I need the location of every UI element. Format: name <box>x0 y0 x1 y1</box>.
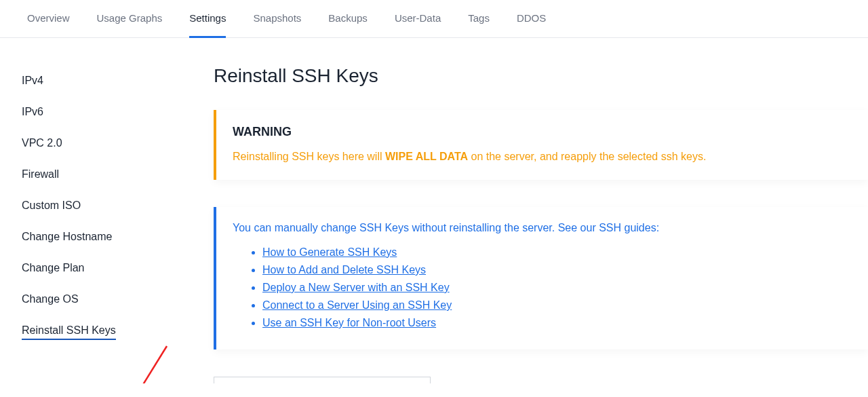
list-item: How to Generate SSH Keys <box>262 246 852 259</box>
tab-snapshots[interactable]: Snapshots <box>253 12 301 38</box>
sidebar-item-ipv6[interactable]: IPv6 <box>22 96 214 128</box>
warning-panel: WARNING Reinstalling SSH keys here will … <box>214 110 868 180</box>
ssh-guides-list: How to Generate SSH Keys How to Add and … <box>262 246 852 329</box>
tab-user-data[interactable]: User-Data <box>395 12 441 38</box>
tab-settings[interactable]: Settings <box>189 12 226 38</box>
list-item: How to Add and Delete SSH Keys <box>262 264 852 276</box>
page-title: Reinstall SSH Keys <box>214 65 868 87</box>
main-content: Reinstall SSH Keys WARNING Reinstalling … <box>214 65 868 383</box>
sidebar-item-change-plan[interactable]: Change Plan <box>22 252 214 284</box>
top-tabs: Overview Usage Graphs Settings Snapshots… <box>0 0 868 38</box>
info-intro: You can manually change SSH Keys without… <box>233 222 852 234</box>
list-item: Connect to a Server Using an SSH Key <box>262 299 852 311</box>
link-ssh-key-non-root[interactable]: Use an SSH Key for Non-root Users <box>262 317 436 328</box>
ssh-key-select[interactable] <box>214 377 431 383</box>
sidebar-item-vpc[interactable]: VPC 2.0 <box>22 128 214 159</box>
list-item: Deploy a New Server with an SSH Key <box>262 282 852 294</box>
info-panel: You can manually change SSH Keys without… <box>214 207 868 349</box>
svg-line-1 <box>132 346 167 383</box>
tab-backups[interactable]: Backups <box>328 12 368 38</box>
link-add-delete-ssh-keys[interactable]: How to Add and Delete SSH Keys <box>262 264 426 276</box>
sidebar: IPv4 IPv6 VPC 2.0 Firewall Custom ISO Ch… <box>0 65 214 383</box>
list-item: Use an SSH Key for Non-root Users <box>262 317 852 329</box>
link-connect-server-ssh-key[interactable]: Connect to a Server Using an SSH Key <box>262 299 452 311</box>
warning-title: WARNING <box>233 125 852 139</box>
warning-text: Reinstalling SSH keys here will WIPE ALL… <box>233 149 852 165</box>
sidebar-item-ipv4[interactable]: IPv4 <box>22 65 214 96</box>
tab-ddos[interactable]: DDOS <box>517 12 546 38</box>
sidebar-item-firewall[interactable]: Firewall <box>22 159 214 190</box>
link-deploy-server-ssh-key[interactable]: Deploy a New Server with an SSH Key <box>262 282 450 293</box>
sidebar-item-reinstall-ssh-keys[interactable]: Reinstall SSH Keys <box>22 315 214 346</box>
sidebar-item-custom-iso[interactable]: Custom ISO <box>22 190 214 221</box>
tab-overview[interactable]: Overview <box>27 12 70 38</box>
tab-usage-graphs[interactable]: Usage Graphs <box>97 12 163 38</box>
sidebar-item-change-os[interactable]: Change OS <box>22 284 214 315</box>
link-generate-ssh-keys[interactable]: How to Generate SSH Keys <box>262 246 397 258</box>
tab-tags[interactable]: Tags <box>468 12 490 38</box>
sidebar-item-change-hostname[interactable]: Change Hostname <box>22 221 214 252</box>
